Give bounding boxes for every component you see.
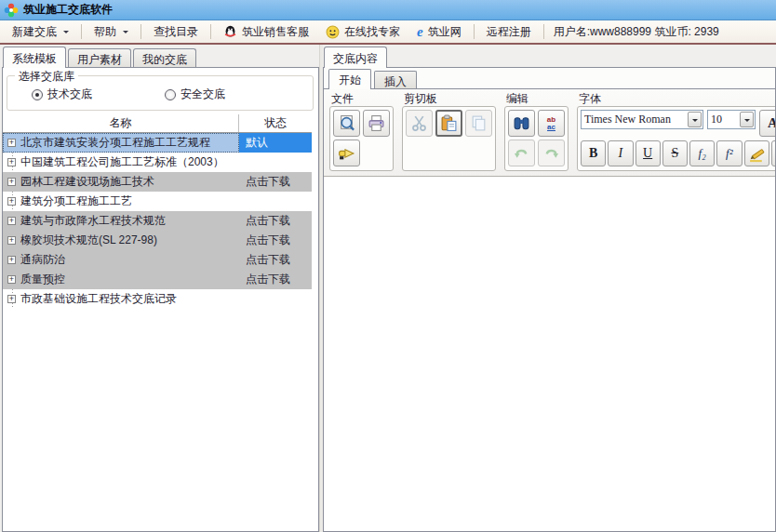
table-row[interactable]: +中国建筑工程公司施工工艺标准（2003） <box>3 153 312 172</box>
find-button[interactable] <box>508 110 535 137</box>
expand-icon[interactable]: + <box>7 275 16 284</box>
radio-技术交底[interactable]: 技术交底 <box>32 86 92 102</box>
divider <box>140 24 141 39</box>
font-family-value: Times New Roman <box>582 113 688 126</box>
ribbon-group-file: 文件 <box>329 91 394 176</box>
highlighter-pen-icon <box>748 145 766 163</box>
row-name: 通病防治 <box>20 250 65 270</box>
library-groupbox: 选择交底库 技术交底安全交底 <box>7 75 314 111</box>
download-link[interactable]: 点击下载 <box>239 172 312 192</box>
menu-sales-service[interactable]: 筑业销售客服 <box>217 21 315 43</box>
radio-安全交底[interactable]: 安全交底 <box>165 86 225 102</box>
download-link[interactable]: 点击下载 <box>239 231 312 250</box>
group-label-font: 字体 <box>577 91 776 106</box>
undo-button[interactable] <box>508 140 535 166</box>
divider <box>474 24 475 39</box>
document-editor-area[interactable] <box>324 179 775 531</box>
window-title: 筑业施工交底软件 <box>23 2 113 18</box>
superscript-button[interactable]: f² <box>716 140 742 166</box>
menu-new-disclosure[interactable]: 新建交底 <box>6 21 75 43</box>
grow-font-button[interactable]: A <box>759 110 776 137</box>
expand-icon[interactable]: + <box>7 295 16 303</box>
table-row[interactable]: +园林工程建设现场施工技术点击下载 <box>3 172 312 192</box>
strikethrough-icon: S <box>671 146 678 161</box>
smiley-icon <box>326 25 340 39</box>
menu-zhuye-web[interactable]: e 筑业网 <box>410 21 468 43</box>
app-logo-icon <box>4 3 19 18</box>
row-name: 建筑分项工程施工工艺 <box>20 192 132 211</box>
status-cell: 默认 <box>239 133 312 153</box>
table-row[interactable]: +橡胶坝技术规范(SL 227-98)点击下载 <box>3 231 312 250</box>
chevron-down-icon <box>63 31 69 36</box>
copy-pages-icon <box>470 114 488 132</box>
exit-button[interactable] <box>333 140 360 166</box>
tab-用户素材[interactable]: 用户素材 <box>68 48 131 67</box>
table-row[interactable]: +北京市建筑安装分项工程施工工艺规程默认 <box>3 133 312 153</box>
expand-icon[interactable]: + <box>7 236 16 245</box>
table-row[interactable]: +市政基础设施工程技术交底记录 <box>3 289 312 309</box>
underline-button[interactable]: U <box>636 140 661 166</box>
replace-button[interactable]: ab ac <box>538 110 565 137</box>
right-panel: 交底内容 开始插入 文件 <box>323 45 776 532</box>
cut-button[interactable] <box>406 110 433 137</box>
tab-开始[interactable]: 开始 <box>328 69 371 88</box>
table-row[interactable]: +质量预控点击下载 <box>3 270 312 289</box>
divider <box>81 24 82 39</box>
paste-clipboard-icon <box>440 114 458 132</box>
row-name: 橡胶坝技术规范(SL 227-98) <box>20 231 157 250</box>
font-family-select[interactable]: Times New Roman <box>581 110 703 129</box>
column-header-name[interactable]: 名称 <box>3 114 239 132</box>
menu-online-expert[interactable]: 在线找专家 <box>319 21 407 43</box>
tab-插入[interactable]: 插入 <box>374 71 417 88</box>
download-link[interactable]: 点击下载 <box>239 270 312 289</box>
expand-icon[interactable]: + <box>7 178 16 186</box>
left-tabs: 系统模板用户素材我的交底 <box>2 47 319 67</box>
print-preview-icon <box>338 114 355 132</box>
chevron-down-icon[interactable] <box>688 112 702 127</box>
chevron-down-icon[interactable] <box>740 112 754 127</box>
scissors-icon <box>410 114 428 132</box>
expand-icon[interactable]: + <box>7 158 16 166</box>
row-name: 市政基础设施工程技术交底记录 <box>20 289 177 309</box>
tab-disclosure-content[interactable]: 交底内容 <box>324 47 387 67</box>
highlight-button[interactable] <box>744 140 769 166</box>
expand-icon[interactable]: + <box>7 197 16 206</box>
tab-我的交底[interactable]: 我的交底 <box>133 48 196 67</box>
print-preview-button[interactable] <box>333 110 360 137</box>
table-row[interactable]: +建筑与市政降水工程技术规范点击下载 <box>3 211 312 231</box>
print-button[interactable] <box>363 110 390 137</box>
copy-button[interactable] <box>465 110 492 137</box>
expand-icon[interactable]: + <box>7 256 16 264</box>
table-row[interactable]: +建筑分项工程施工工艺 <box>3 192 312 211</box>
italic-icon: I <box>619 146 623 161</box>
strikethrough-button[interactable]: S <box>662 140 688 166</box>
download-link[interactable]: 点击下载 <box>239 250 312 270</box>
template-panel-body: 选择交底库 技术交底安全交底 名称 状态 +北京市建筑安装分项工程施工工艺规程默… <box>2 67 319 532</box>
download-link[interactable]: 点击下载 <box>239 211 312 231</box>
paste-button[interactable] <box>435 110 462 137</box>
chevron-down-icon <box>123 31 128 36</box>
subscript-button[interactable]: f₂ <box>689 140 715 166</box>
ribbon-group-clipboard: 剪切板 <box>402 91 496 176</box>
radio-icon <box>165 89 176 100</box>
row-name: 中国建筑工程公司施工工艺标准（2003） <box>20 153 224 172</box>
row-name: 建筑与市政降水工程技术规范 <box>20 211 166 231</box>
redo-button[interactable] <box>538 140 565 166</box>
bold-button[interactable]: B <box>581 140 606 166</box>
table-row[interactable]: +通病防治点击下载 <box>3 250 312 270</box>
italic-button[interactable]: I <box>608 140 633 166</box>
menu-help[interactable]: 帮助 <box>87 21 135 43</box>
underline-icon: U <box>643 146 652 161</box>
menu-find-catalog[interactable]: 查找目录 <box>147 21 205 43</box>
status-cell <box>239 289 312 309</box>
ribbon-tabs: 开始插入 <box>324 68 775 89</box>
expand-icon[interactable]: + <box>7 217 16 225</box>
expand-icon[interactable]: + <box>7 139 16 147</box>
group-label-file: 文件 <box>329 91 394 106</box>
tab-系统模板[interactable]: 系统模板 <box>3 47 66 67</box>
column-header-status[interactable]: 状态 <box>239 114 312 132</box>
font-size-select[interactable]: 10 <box>707 110 756 129</box>
menu-remote-register[interactable]: 远程注册 <box>480 21 538 43</box>
select-button[interactable] <box>771 140 776 166</box>
left-panel: 系统模板用户素材我的交底 选择交底库 技术交底安全交底 名称 状态 +北京市建筑… <box>0 45 319 532</box>
